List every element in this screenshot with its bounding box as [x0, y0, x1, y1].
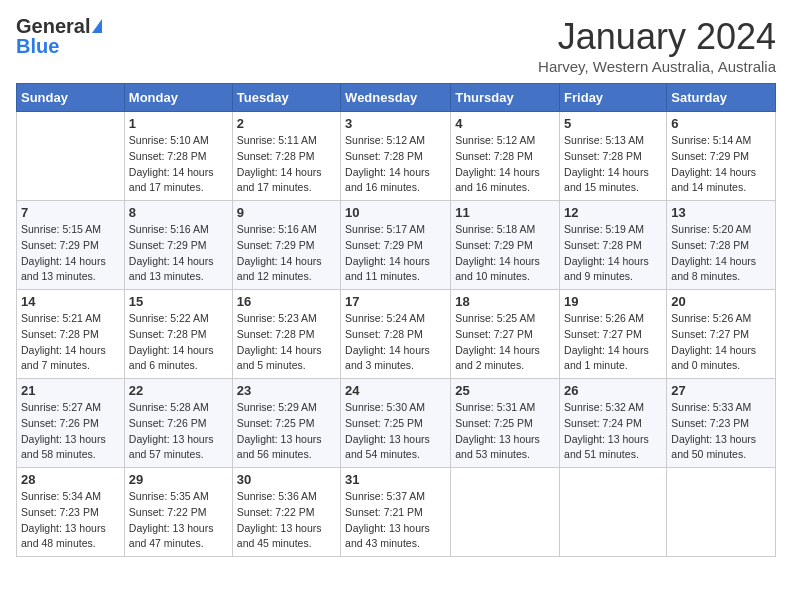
calendar-cell: 19Sunrise: 5:26 AM Sunset: 7:27 PM Dayli… — [560, 290, 667, 379]
calendar-cell: 15Sunrise: 5:22 AM Sunset: 7:28 PM Dayli… — [124, 290, 232, 379]
day-info: Sunrise: 5:37 AM Sunset: 7:21 PM Dayligh… — [345, 489, 446, 552]
day-number: 18 — [455, 294, 555, 309]
header-day-monday: Monday — [124, 84, 232, 112]
day-number: 26 — [564, 383, 662, 398]
logo-general-text: General — [16, 16, 90, 36]
logo-blue-text: Blue — [16, 36, 59, 56]
day-info: Sunrise: 5:20 AM Sunset: 7:28 PM Dayligh… — [671, 222, 771, 285]
day-number: 13 — [671, 205, 771, 220]
day-info: Sunrise: 5:12 AM Sunset: 7:28 PM Dayligh… — [455, 133, 555, 196]
calendar-cell: 30Sunrise: 5:36 AM Sunset: 7:22 PM Dayli… — [232, 468, 340, 557]
calendar-cell — [17, 112, 125, 201]
day-info: Sunrise: 5:35 AM Sunset: 7:22 PM Dayligh… — [129, 489, 228, 552]
header-day-friday: Friday — [560, 84, 667, 112]
calendar-cell: 25Sunrise: 5:31 AM Sunset: 7:25 PM Dayli… — [451, 379, 560, 468]
day-info: Sunrise: 5:26 AM Sunset: 7:27 PM Dayligh… — [671, 311, 771, 374]
calendar-cell: 6Sunrise: 5:14 AM Sunset: 7:29 PM Daylig… — [667, 112, 776, 201]
day-info: Sunrise: 5:18 AM Sunset: 7:29 PM Dayligh… — [455, 222, 555, 285]
calendar-cell — [560, 468, 667, 557]
calendar-cell: 22Sunrise: 5:28 AM Sunset: 7:26 PM Dayli… — [124, 379, 232, 468]
day-info: Sunrise: 5:25 AM Sunset: 7:27 PM Dayligh… — [455, 311, 555, 374]
day-info: Sunrise: 5:16 AM Sunset: 7:29 PM Dayligh… — [129, 222, 228, 285]
day-number: 8 — [129, 205, 228, 220]
day-number: 17 — [345, 294, 446, 309]
day-number: 3 — [345, 116, 446, 131]
day-number: 7 — [21, 205, 120, 220]
header-day-saturday: Saturday — [667, 84, 776, 112]
day-number: 21 — [21, 383, 120, 398]
day-number: 12 — [564, 205, 662, 220]
day-info: Sunrise: 5:28 AM Sunset: 7:26 PM Dayligh… — [129, 400, 228, 463]
title-area: January 2024 Harvey, Western Australia, … — [538, 16, 776, 75]
calendar-cell: 16Sunrise: 5:23 AM Sunset: 7:28 PM Dayli… — [232, 290, 340, 379]
calendar-cell — [667, 468, 776, 557]
logo-triangle-icon — [92, 19, 102, 33]
header-day-thursday: Thursday — [451, 84, 560, 112]
day-info: Sunrise: 5:19 AM Sunset: 7:28 PM Dayligh… — [564, 222, 662, 285]
month-title: January 2024 — [538, 16, 776, 58]
calendar-week-4: 21Sunrise: 5:27 AM Sunset: 7:26 PM Dayli… — [17, 379, 776, 468]
day-info: Sunrise: 5:22 AM Sunset: 7:28 PM Dayligh… — [129, 311, 228, 374]
header-day-wednesday: Wednesday — [341, 84, 451, 112]
day-number: 29 — [129, 472, 228, 487]
calendar-cell: 4Sunrise: 5:12 AM Sunset: 7:28 PM Daylig… — [451, 112, 560, 201]
day-number: 11 — [455, 205, 555, 220]
day-number: 23 — [237, 383, 336, 398]
calendar-cell: 21Sunrise: 5:27 AM Sunset: 7:26 PM Dayli… — [17, 379, 125, 468]
calendar-cell: 2Sunrise: 5:11 AM Sunset: 7:28 PM Daylig… — [232, 112, 340, 201]
calendar-cell: 29Sunrise: 5:35 AM Sunset: 7:22 PM Dayli… — [124, 468, 232, 557]
calendar-cell: 23Sunrise: 5:29 AM Sunset: 7:25 PM Dayli… — [232, 379, 340, 468]
calendar-cell: 14Sunrise: 5:21 AM Sunset: 7:28 PM Dayli… — [17, 290, 125, 379]
day-info: Sunrise: 5:32 AM Sunset: 7:24 PM Dayligh… — [564, 400, 662, 463]
day-info: Sunrise: 5:10 AM Sunset: 7:28 PM Dayligh… — [129, 133, 228, 196]
day-number: 19 — [564, 294, 662, 309]
calendar-cell: 26Sunrise: 5:32 AM Sunset: 7:24 PM Dayli… — [560, 379, 667, 468]
day-info: Sunrise: 5:13 AM Sunset: 7:28 PM Dayligh… — [564, 133, 662, 196]
calendar-cell: 24Sunrise: 5:30 AM Sunset: 7:25 PM Dayli… — [341, 379, 451, 468]
calendar-cell: 11Sunrise: 5:18 AM Sunset: 7:29 PM Dayli… — [451, 201, 560, 290]
calendar-cell: 27Sunrise: 5:33 AM Sunset: 7:23 PM Dayli… — [667, 379, 776, 468]
day-info: Sunrise: 5:15 AM Sunset: 7:29 PM Dayligh… — [21, 222, 120, 285]
day-number: 6 — [671, 116, 771, 131]
location-text: Harvey, Western Australia, Australia — [538, 58, 776, 75]
day-number: 2 — [237, 116, 336, 131]
day-info: Sunrise: 5:30 AM Sunset: 7:25 PM Dayligh… — [345, 400, 446, 463]
header-day-sunday: Sunday — [17, 84, 125, 112]
calendar-cell: 20Sunrise: 5:26 AM Sunset: 7:27 PM Dayli… — [667, 290, 776, 379]
calendar-header-row: SundayMondayTuesdayWednesdayThursdayFrid… — [17, 84, 776, 112]
calendar-cell: 9Sunrise: 5:16 AM Sunset: 7:29 PM Daylig… — [232, 201, 340, 290]
calendar-table: SundayMondayTuesdayWednesdayThursdayFrid… — [16, 83, 776, 557]
day-number: 14 — [21, 294, 120, 309]
calendar-week-1: 1Sunrise: 5:10 AM Sunset: 7:28 PM Daylig… — [17, 112, 776, 201]
calendar-cell: 8Sunrise: 5:16 AM Sunset: 7:29 PM Daylig… — [124, 201, 232, 290]
day-number: 27 — [671, 383, 771, 398]
day-info: Sunrise: 5:16 AM Sunset: 7:29 PM Dayligh… — [237, 222, 336, 285]
day-number: 20 — [671, 294, 771, 309]
day-number: 31 — [345, 472, 446, 487]
day-info: Sunrise: 5:26 AM Sunset: 7:27 PM Dayligh… — [564, 311, 662, 374]
calendar-cell: 28Sunrise: 5:34 AM Sunset: 7:23 PM Dayli… — [17, 468, 125, 557]
day-info: Sunrise: 5:31 AM Sunset: 7:25 PM Dayligh… — [455, 400, 555, 463]
day-info: Sunrise: 5:14 AM Sunset: 7:29 PM Dayligh… — [671, 133, 771, 196]
day-number: 4 — [455, 116, 555, 131]
day-info: Sunrise: 5:24 AM Sunset: 7:28 PM Dayligh… — [345, 311, 446, 374]
day-info: Sunrise: 5:34 AM Sunset: 7:23 PM Dayligh… — [21, 489, 120, 552]
calendar-cell: 10Sunrise: 5:17 AM Sunset: 7:29 PM Dayli… — [341, 201, 451, 290]
header-day-tuesday: Tuesday — [232, 84, 340, 112]
calendar-week-2: 7Sunrise: 5:15 AM Sunset: 7:29 PM Daylig… — [17, 201, 776, 290]
day-info: Sunrise: 5:27 AM Sunset: 7:26 PM Dayligh… — [21, 400, 120, 463]
day-number: 1 — [129, 116, 228, 131]
calendar-cell: 13Sunrise: 5:20 AM Sunset: 7:28 PM Dayli… — [667, 201, 776, 290]
calendar-cell: 1Sunrise: 5:10 AM Sunset: 7:28 PM Daylig… — [124, 112, 232, 201]
day-number: 28 — [21, 472, 120, 487]
day-number: 16 — [237, 294, 336, 309]
day-info: Sunrise: 5:29 AM Sunset: 7:25 PM Dayligh… — [237, 400, 336, 463]
calendar-cell — [451, 468, 560, 557]
day-number: 25 — [455, 383, 555, 398]
day-info: Sunrise: 5:33 AM Sunset: 7:23 PM Dayligh… — [671, 400, 771, 463]
calendar-cell: 7Sunrise: 5:15 AM Sunset: 7:29 PM Daylig… — [17, 201, 125, 290]
day-info: Sunrise: 5:21 AM Sunset: 7:28 PM Dayligh… — [21, 311, 120, 374]
day-number: 9 — [237, 205, 336, 220]
day-number: 5 — [564, 116, 662, 131]
calendar-week-5: 28Sunrise: 5:34 AM Sunset: 7:23 PM Dayli… — [17, 468, 776, 557]
